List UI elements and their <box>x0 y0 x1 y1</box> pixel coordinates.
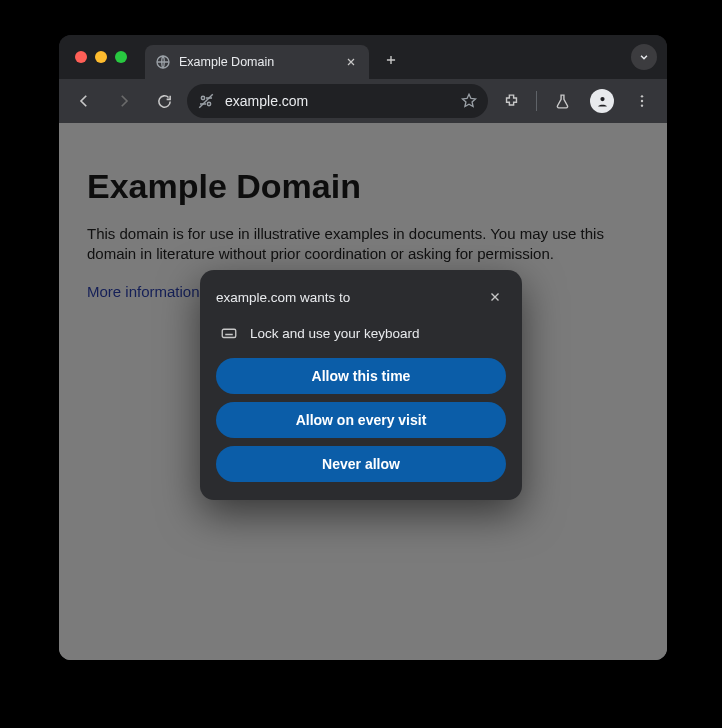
tab-close-button[interactable] <box>343 54 359 70</box>
url-text: example.com <box>225 93 450 109</box>
browser-tab[interactable]: Example Domain <box>145 45 369 79</box>
permission-dialog: example.com wants to Lock and use your k… <box>200 270 522 500</box>
window-controls <box>69 51 137 63</box>
back-button[interactable] <box>67 84 101 118</box>
permission-close-button[interactable] <box>484 286 506 308</box>
person-icon <box>590 89 614 113</box>
svg-point-7 <box>641 104 643 106</box>
menu-button[interactable] <box>625 84 659 118</box>
svg-line-3 <box>199 94 213 108</box>
tab-title: Example Domain <box>179 55 335 69</box>
new-tab-button[interactable] <box>377 46 405 74</box>
window-minimize-button[interactable] <box>95 51 107 63</box>
svg-point-2 <box>207 102 210 105</box>
address-bar[interactable]: example.com <box>187 84 488 118</box>
extensions-button[interactable] <box>494 84 528 118</box>
window-maximize-button[interactable] <box>115 51 127 63</box>
bookmark-button[interactable] <box>460 92 478 110</box>
toolbar-divider <box>536 91 537 111</box>
never-allow-button[interactable]: Never allow <box>216 446 506 482</box>
permission-item-label: Lock and use your keyboard <box>250 326 420 341</box>
svg-point-5 <box>641 95 643 97</box>
window-close-button[interactable] <box>75 51 87 63</box>
reload-button[interactable] <box>147 84 181 118</box>
tab-strip: Example Domain <box>59 35 667 79</box>
svg-point-1 <box>201 96 204 99</box>
browser-window: Example Domain <box>59 35 667 660</box>
forward-button[interactable] <box>107 84 141 118</box>
profile-button[interactable] <box>585 84 619 118</box>
permission-item: Lock and use your keyboard <box>216 324 506 342</box>
svg-rect-8 <box>222 329 236 337</box>
labs-button[interactable] <box>545 84 579 118</box>
browser-toolbar: example.com <box>59 79 667 123</box>
permission-title: example.com wants to <box>216 290 350 305</box>
site-settings-icon[interactable] <box>197 92 215 110</box>
globe-icon <box>155 54 171 70</box>
svg-point-6 <box>641 100 643 102</box>
allow-every-visit-button[interactable]: Allow on every visit <box>216 402 506 438</box>
keyboard-icon <box>220 324 238 342</box>
allow-this-time-button[interactable]: Allow this time <box>216 358 506 394</box>
svg-point-4 <box>600 96 604 100</box>
tab-search-button[interactable] <box>631 44 657 70</box>
